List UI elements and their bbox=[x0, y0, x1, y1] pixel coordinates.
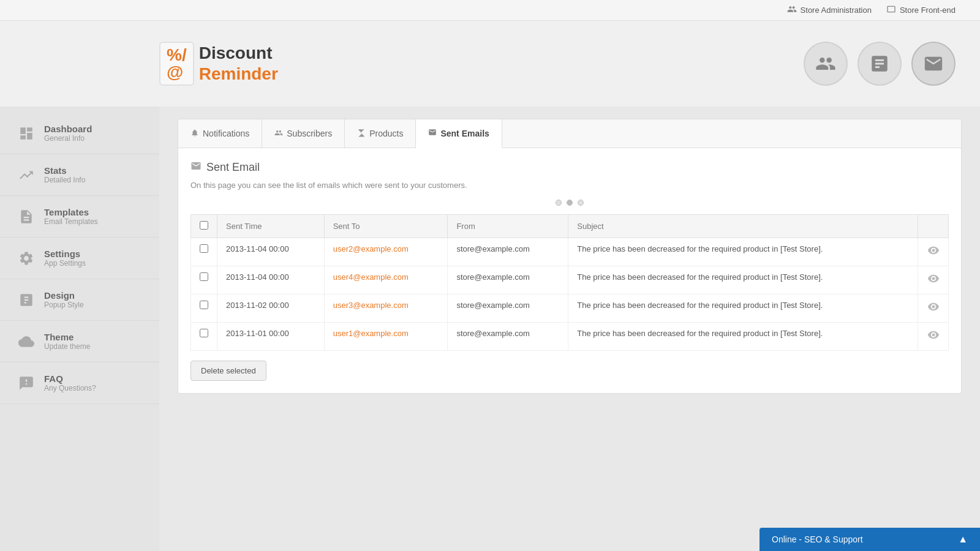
sidebar-item-dashboard[interactable]: Dashboard General Info bbox=[0, 113, 159, 154]
row-checkbox-cell[interactable] bbox=[191, 294, 217, 323]
settings-icon bbox=[17, 249, 36, 268]
tab-products-label: Products bbox=[369, 129, 403, 138]
row-subject: The price has been decreased for the req… bbox=[568, 238, 918, 266]
dot-3[interactable] bbox=[578, 200, 584, 206]
logo: %/@ Discount Reminder bbox=[159, 42, 278, 86]
store-frontend-label: Store Front-end bbox=[900, 6, 956, 15]
row-email-link[interactable]: user2@example.com bbox=[333, 244, 409, 253]
row-checkbox-cell[interactable] bbox=[191, 323, 217, 351]
tab-notifications[interactable]: Notifications bbox=[178, 119, 262, 148]
view-icon[interactable] bbox=[927, 303, 940, 315]
sent-emails-icon bbox=[428, 128, 437, 138]
row-email-link[interactable]: user1@example.com bbox=[333, 329, 409, 338]
users-icon-btn[interactable] bbox=[804, 42, 848, 86]
select-all-checkbox[interactable] bbox=[200, 221, 208, 230]
row-checkbox-2[interactable] bbox=[200, 301, 208, 309]
store-frontend-link[interactable]: Store Front-end bbox=[886, 4, 956, 16]
logo-text-block: Discount Reminder bbox=[199, 43, 278, 84]
tab-sent-emails[interactable]: Sent Emails bbox=[416, 119, 502, 148]
sidebar-item-settings[interactable]: Settings App Settings bbox=[0, 238, 159, 279]
sidebar-templates-sub: Email Templates bbox=[44, 217, 98, 226]
row-action-cell[interactable] bbox=[918, 238, 949, 266]
row-email-link[interactable]: user4@example.com bbox=[333, 272, 409, 282]
tab-subscribers-label: Subscribers bbox=[287, 129, 332, 138]
sidebar-item-templates[interactable]: Templates Email Templates bbox=[0, 196, 159, 238]
main-layout: Dashboard General Info Stats Detailed In… bbox=[0, 107, 980, 551]
section-title: Sent Email bbox=[190, 160, 949, 174]
view-icon[interactable] bbox=[927, 331, 940, 343]
row-action-cell[interactable] bbox=[918, 323, 949, 351]
row-checkbox-3[interactable] bbox=[200, 329, 208, 337]
sidebar-templates-title: Templates bbox=[44, 207, 98, 217]
row-from: store@example.com bbox=[448, 266, 568, 294]
row-checkbox-0[interactable] bbox=[200, 244, 208, 253]
sidebar-faq-sub: Any Questions? bbox=[44, 384, 96, 392]
top-bar: Store Administration Store Front-end bbox=[0, 0, 980, 21]
sidebar-item-design[interactable]: Design Popup Style bbox=[0, 279, 159, 321]
store-administration-link[interactable]: Store Administration bbox=[787, 4, 872, 16]
faq-icon bbox=[17, 374, 36, 392]
email-icon-btn[interactable] bbox=[911, 42, 956, 86]
sidebar-dashboard-title: Dashboard bbox=[44, 124, 92, 134]
sidebar-stats-sub: Detailed Info bbox=[44, 176, 85, 184]
row-sent-time: 2013-11-02 00:00 bbox=[217, 294, 325, 323]
table-row: 2013-11-01 00:00 user1@example.com store… bbox=[191, 323, 949, 351]
row-checkbox-cell[interactable] bbox=[191, 266, 217, 294]
tab-sent-emails-label: Sent Emails bbox=[440, 129, 489, 138]
row-from: store@example.com bbox=[448, 294, 568, 323]
sidebar-design-sub: Popup Style bbox=[44, 301, 84, 309]
row-sent-to[interactable]: user3@example.com bbox=[324, 294, 448, 323]
sidebar-item-stats[interactable]: Stats Detailed Info bbox=[0, 154, 159, 196]
sent-to-header: Sent To bbox=[324, 215, 448, 238]
tabs-bar: Notifications Subscribers Products bbox=[178, 119, 961, 148]
section-heading: Sent Email bbox=[206, 161, 260, 174]
sidebar-theme-title: Theme bbox=[44, 332, 90, 342]
dot-1[interactable] bbox=[556, 200, 562, 206]
sidebar-faq-title: FAQ bbox=[44, 373, 96, 384]
row-checkbox-cell[interactable] bbox=[191, 238, 217, 266]
row-action-cell[interactable] bbox=[918, 294, 949, 323]
sidebar-theme-sub: Update theme bbox=[44, 342, 90, 351]
logo-symbol: %/@ bbox=[167, 47, 187, 81]
tab-notifications-label: Notifications bbox=[203, 129, 249, 138]
store-admin-label: Store Administration bbox=[801, 6, 872, 15]
tabs-panel: Notifications Subscribers Products bbox=[178, 119, 962, 394]
sent-emails-table: Sent Time Sent To From Subject 2013-11-0… bbox=[190, 214, 949, 351]
view-icon[interactable] bbox=[927, 247, 940, 259]
row-subject: The price has been decreased for the req… bbox=[568, 323, 918, 351]
table-row: 2013-11-04 00:00 user2@example.com store… bbox=[191, 238, 949, 266]
sidebar-settings-sub: App Settings bbox=[44, 259, 86, 268]
row-checkbox-1[interactable] bbox=[200, 272, 208, 281]
row-subject: The price has been decreased for the req… bbox=[568, 294, 918, 323]
sidebar-stats-title: Stats bbox=[44, 165, 85, 176]
sidebar-item-faq[interactable]: FAQ Any Questions? bbox=[0, 362, 159, 404]
admin-icon bbox=[787, 4, 797, 16]
row-sent-to[interactable]: user2@example.com bbox=[324, 238, 448, 266]
dashboard-icon bbox=[17, 124, 36, 143]
tab-subscribers[interactable]: Subscribers bbox=[262, 119, 345, 148]
row-sent-to[interactable]: user4@example.com bbox=[324, 266, 448, 294]
sent-time-header: Sent Time bbox=[217, 215, 325, 238]
subject-header: Subject bbox=[568, 215, 918, 238]
online-support-bar[interactable]: Online - SEO & Support ▲ bbox=[760, 528, 980, 551]
row-action-cell[interactable] bbox=[918, 266, 949, 294]
chart-icon-btn[interactable] bbox=[858, 42, 902, 86]
templates-icon bbox=[17, 208, 36, 226]
row-email-link[interactable]: user3@example.com bbox=[333, 301, 409, 310]
select-all-header[interactable] bbox=[191, 215, 217, 238]
dot-2[interactable] bbox=[567, 200, 573, 206]
sidebar-item-theme[interactable]: Theme Update theme bbox=[0, 321, 159, 362]
logo-subtitle: Reminder bbox=[199, 64, 278, 84]
row-subject: The price has been decreased for the req… bbox=[568, 266, 918, 294]
tab-products[interactable]: Products bbox=[345, 119, 416, 148]
table-row: 2013-11-04 00:00 user4@example.com store… bbox=[191, 266, 949, 294]
header: %/@ Discount Reminder bbox=[0, 21, 980, 107]
row-sent-to[interactable]: user1@example.com bbox=[324, 323, 448, 351]
row-sent-time: 2013-11-04 00:00 bbox=[217, 266, 325, 294]
section-email-icon bbox=[190, 160, 202, 174]
delete-selected-button[interactable]: Delete selected bbox=[190, 361, 266, 381]
design-icon bbox=[17, 291, 36, 309]
view-icon[interactable] bbox=[927, 275, 940, 287]
logo-title: Discount bbox=[199, 43, 278, 64]
table-row: 2013-11-02 00:00 user3@example.com store… bbox=[191, 294, 949, 323]
